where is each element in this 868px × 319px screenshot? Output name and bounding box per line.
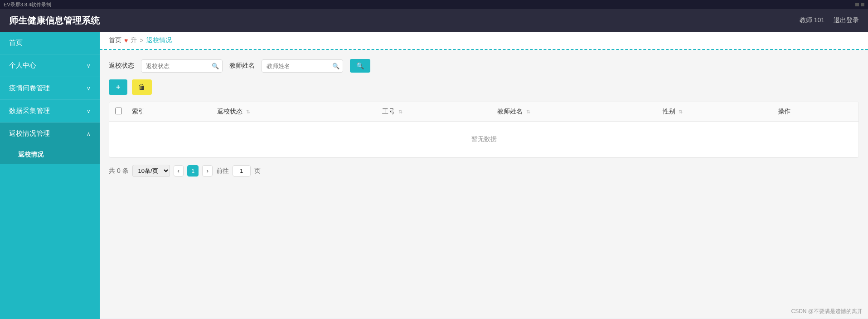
sidebar-item-return-label: 返校情况管理 [9, 129, 50, 138]
user-info: 教师 101 [800, 16, 824, 25]
content-area: 返校状态 🔍 教师姓名 🔍 🔍 + 🗑 [100, 50, 868, 318]
sidebar: 首页 个人中心 ∨ 疫情问卷管理 ∨ 数据采集管理 ∨ 返校情况管理 ∧ 返校情… [0, 32, 100, 319]
page-text: 页 [254, 167, 261, 175]
logout-button[interactable]: 退出登录 [834, 16, 859, 25]
name-filter-input[interactable] [262, 59, 343, 73]
sidebar-item-datacollect[interactable]: 数据采集管理 ∨ [0, 100, 100, 123]
action-row: + 🗑 [109, 79, 859, 95]
top-bar-controls [855, 3, 864, 6]
sidebar-item-personal[interactable]: 个人中心 ∨ [0, 54, 100, 77]
status-filter-input[interactable] [141, 59, 223, 73]
main-layout: 首页 个人中心 ∨ 疫情问卷管理 ∨ 数据采集管理 ∨ 返校情况管理 ∧ 返校情… [0, 32, 868, 319]
delete-button[interactable]: 🗑 [132, 79, 152, 95]
sort-icon-jobnum: ⇅ [398, 109, 402, 114]
th-jobnum[interactable]: 工号 ⇅ [378, 102, 493, 122]
table-empty-row: 暂无数据 [109, 122, 858, 157]
status-search-icon: 🔍 [212, 63, 219, 69]
th-jobnum-label: 工号 [382, 108, 395, 115]
prev-page-button[interactable]: ‹ [174, 165, 184, 177]
top-bar: EV录屏3.8.4软件录制 [0, 0, 868, 9]
th-index: 索引 [127, 102, 213, 122]
page-size-select[interactable]: 10条/页 20条/页 50条/页 [132, 165, 170, 177]
sidebar-sub-item-label: 返校情况 [18, 151, 44, 158]
data-table: 索引 返校状态 ⇅ 工号 ⇅ 教师姓名 [109, 102, 859, 158]
th-index-label: 索引 [132, 108, 145, 115]
th-action-label: 操作 [778, 108, 790, 115]
th-action: 操作 [773, 102, 858, 122]
sidebar-item-returnstatus[interactable]: 返校情况 [0, 145, 100, 164]
search-button-icon: 🔍 [356, 62, 364, 69]
app-title: 师生健康信息管理系统 [9, 15, 100, 27]
th-status-label: 返校状态 [217, 108, 242, 115]
header: 师生健康信息管理系统 教师 101 退出登录 [0, 9, 868, 32]
breadcrumb: 首页 ♥ 升 > 返校情况 [100, 32, 868, 50]
status-filter-wrap: 🔍 [141, 59, 223, 73]
chevron-down-icon3: ∨ [87, 108, 91, 114]
breadcrumb-current: 返校情况 [146, 36, 172, 44]
sidebar-item-home-label: 首页 [9, 39, 23, 47]
th-gender-label: 性别 [663, 108, 675, 115]
chevron-up-icon: ∧ [87, 131, 91, 137]
watermark: CSDN @不要满是遗憾的离开 [791, 308, 863, 315]
window-control-dot[interactable] [855, 3, 859, 6]
status-filter-label: 返校状态 [109, 62, 134, 70]
name-filter-wrap: 🔍 [262, 59, 343, 73]
sidebar-item-epidemic-label: 疫情问卷管理 [9, 84, 50, 93]
sort-icon-status: ⇅ [246, 109, 250, 114]
breadcrumb-home: 首页 [109, 36, 121, 44]
chevron-down-icon: ∨ [87, 63, 91, 69]
name-filter-label: 教师姓名 [229, 62, 255, 70]
chevron-down-icon2: ∨ [87, 85, 91, 92]
main-content: 首页 ♥ 升 > 返校情况 返校状态 🔍 教师姓名 🔍 [100, 32, 868, 319]
th-gender[interactable]: 性别 ⇅ [658, 102, 773, 122]
goto-page-input[interactable] [233, 165, 251, 177]
pagination-row: 共 0 条 10条/页 20条/页 50条/页 ‹ 1 › 前往 页 [109, 165, 859, 177]
th-teachername-label: 教师姓名 [497, 108, 523, 115]
table: 索引 返校状态 ⇅ 工号 ⇅ 教师姓名 [109, 102, 858, 157]
next-page-button[interactable]: › [202, 165, 212, 177]
sidebar-item-return[interactable]: 返校情况管理 ∧ [0, 123, 100, 145]
sort-icon-gender: ⇅ [679, 109, 683, 114]
header-right: 教师 101 退出登录 [800, 16, 859, 25]
th-status[interactable]: 返校状态 ⇅ [213, 102, 378, 122]
delete-icon: 🗑 [138, 83, 145, 91]
breadcrumb-separator: > [140, 37, 143, 44]
current-page-button[interactable]: 1 [187, 165, 199, 177]
name-search-icon: 🔍 [332, 63, 339, 69]
search-button[interactable]: 🔍 [350, 59, 370, 73]
table-header-row: 索引 返校状态 ⇅ 工号 ⇅ 教师姓名 [109, 102, 858, 122]
sidebar-item-epidemic[interactable]: 疫情问卷管理 ∨ [0, 77, 100, 100]
empty-cell: 暂无数据 [109, 122, 858, 157]
recorder-label: EV录屏3.8.4软件录制 [4, 1, 51, 8]
th-teachername[interactable]: 教师姓名 ⇅ [493, 102, 658, 122]
total-count: 共 0 条 [109, 167, 129, 175]
window-control-dot2[interactable] [861, 3, 864, 6]
sidebar-item-personal-label: 个人中心 [9, 61, 36, 70]
select-all-checkbox[interactable] [115, 108, 122, 114]
sidebar-item-datacollect-label: 数据采集管理 [9, 107, 50, 115]
sort-icon-teachername: ⇅ [526, 109, 530, 114]
goto-label: 前往 [216, 167, 229, 175]
breadcrumb-user: 升 [131, 36, 137, 44]
breadcrumb-heart-icon: ♥ [124, 37, 128, 44]
th-checkbox [109, 102, 127, 122]
sidebar-item-home[interactable]: 首页 [0, 32, 100, 54]
filter-row: 返校状态 🔍 教师姓名 🔍 🔍 [109, 59, 859, 73]
add-button[interactable]: + [109, 79, 127, 95]
